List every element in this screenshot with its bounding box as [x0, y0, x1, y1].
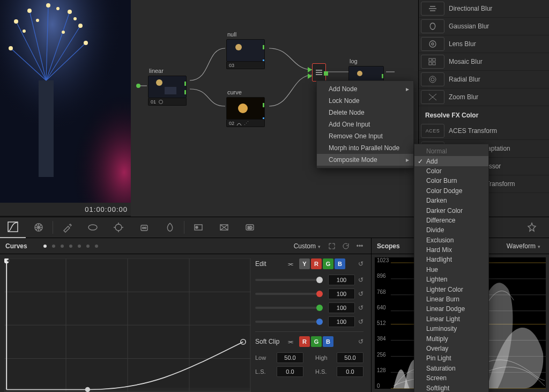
- tool-window[interactable]: [80, 217, 106, 238]
- intensity-slider-y[interactable]: [255, 279, 323, 281]
- sc-hs[interactable]: 0.0: [337, 366, 363, 377]
- composite-linear-burn[interactable]: Linear Burn: [414, 294, 488, 304]
- sc-low[interactable]: 50.0: [277, 352, 303, 363]
- svg-point-43: [88, 225, 97, 230]
- intensity-slider-r[interactable]: [255, 293, 323, 295]
- composite-normal[interactable]: Normal: [414, 146, 488, 156]
- composite-pin-light[interactable]: Pin Light: [414, 353, 488, 363]
- composite-difference[interactable]: Difference: [414, 216, 488, 225]
- composite-lighten[interactable]: Lighten: [414, 275, 488, 284]
- curves-page-dots[interactable]: [43, 245, 98, 248]
- node-layer-mixer[interactable]: [312, 63, 326, 82]
- svg-point-13: [46, 3, 50, 8]
- tool-blur[interactable]: [157, 217, 183, 238]
- intensity-slider-g[interactable]: [255, 307, 323, 309]
- composite-linear-dodge[interactable]: Linear Dodge: [414, 304, 488, 314]
- node-curve[interactable]: curve 02⋰: [226, 89, 265, 127]
- sc-channel-b[interactable]: B: [323, 336, 333, 347]
- curve-editor[interactable]: [4, 258, 251, 388]
- fx-item-mosaic-blur[interactable]: Mosaic Blur: [419, 53, 549, 71]
- intensity-value[interactable]: 100: [328, 275, 355, 285]
- sc-channel-g[interactable]: G: [311, 336, 322, 347]
- composite-hardlight[interactable]: Hardlight: [414, 255, 488, 264]
- composite-screen[interactable]: Screen: [414, 373, 488, 383]
- tool-tracker[interactable]: [106, 217, 131, 238]
- timecode[interactable]: 01:00:00:00: [85, 205, 128, 213]
- tool-wheels[interactable]: [26, 217, 51, 238]
- fx-item-radial-blur[interactable]: Radial Blur: [419, 71, 549, 88]
- reset-icon[interactable]: ↺: [358, 338, 363, 345]
- composite-luminosity[interactable]: Luminosity: [414, 324, 488, 334]
- composite-color[interactable]: Color: [414, 166, 488, 176]
- svg-point-49: [196, 226, 198, 228]
- composite-color-burn[interactable]: Color Burn: [414, 176, 488, 186]
- tool-sizing[interactable]: [211, 217, 237, 238]
- tool-eyedropper[interactable]: [54, 217, 80, 238]
- channel-y-button[interactable]: Y: [299, 258, 310, 269]
- options-icon[interactable]: •••: [354, 240, 366, 252]
- tool-3d[interactable]: 3D: [237, 217, 263, 238]
- ctx-composite-mode[interactable]: Composite Mode▸: [317, 154, 413, 166]
- ctx-remove-one-input[interactable]: Remove One Input: [317, 130, 413, 142]
- channel-b-button[interactable]: B: [335, 258, 345, 269]
- scopes-mode-dropdown[interactable]: Waveform: [507, 242, 540, 250]
- node-linear[interactable]: linear 01: [148, 68, 187, 106]
- reset-icon[interactable]: ↺: [358, 260, 363, 268]
- intensity-value[interactable]: 100: [328, 316, 355, 327]
- reset-icon[interactable]: ↺: [358, 276, 363, 284]
- sc-channel-r[interactable]: R: [299, 336, 310, 347]
- composite-hard-mix[interactable]: Hard Mix: [414, 245, 488, 255]
- svg-point-28: [235, 44, 242, 50]
- composite-overlay[interactable]: Overlay: [414, 344, 488, 353]
- viewer[interactable]: [0, 0, 131, 203]
- tool-curves[interactable]: [0, 217, 26, 238]
- sc-ls[interactable]: 0.0: [277, 366, 303, 377]
- composite-exclusion[interactable]: Exclusion: [414, 235, 488, 245]
- channel-g-button[interactable]: G: [323, 258, 333, 269]
- reset-icon[interactable]: ↺: [358, 290, 363, 298]
- svg-point-11: [14, 19, 18, 24]
- tool-fx[interactable]: [519, 217, 545, 238]
- curves-mode-dropdown[interactable]: Custom: [294, 242, 321, 250]
- expand-icon[interactable]: [326, 240, 338, 252]
- reset-icon[interactable]: [340, 240, 352, 252]
- composite-multiply[interactable]: Multiply: [414, 334, 488, 343]
- fx-item-lens-blur[interactable]: Lens Blur: [419, 35, 549, 53]
- composite-color-dodge[interactable]: Color Dodge: [414, 186, 488, 196]
- reset-icon[interactable]: ↺: [358, 318, 363, 326]
- fx-item-zoom-blur[interactable]: Zoom Blur: [419, 88, 549, 106]
- fx-item-aces-transform[interactable]: ACESACES Transform: [419, 122, 549, 140]
- composite-mode-submenu[interactable]: Normal✓AddColorColor BurnColor DodgeDark…: [414, 144, 489, 392]
- composite-lighter-color[interactable]: Lighter Color: [414, 284, 488, 294]
- fx-item-directional-blur[interactable]: Directional Blur: [419, 0, 549, 18]
- sc-high[interactable]: 50.0: [337, 352, 363, 363]
- svg-rect-2: [0, 0, 131, 203]
- intensity-slider-b[interactable]: [255, 321, 323, 323]
- composite-add[interactable]: ✓Add: [414, 156, 488, 166]
- svg-rect-37: [429, 62, 432, 65]
- composite-linear-light[interactable]: Linear Light: [414, 314, 488, 324]
- fx-item-gaussian-blur[interactable]: Gaussian Blur: [419, 18, 549, 35]
- intensity-value[interactable]: 100: [328, 302, 355, 313]
- graph-input[interactable]: [136, 84, 140, 88]
- reset-icon[interactable]: ↺: [358, 304, 363, 312]
- composite-saturation[interactable]: Saturation: [414, 364, 488, 373]
- composite-softlight[interactable]: Softlight: [414, 383, 488, 392]
- channel-r-button[interactable]: R: [311, 258, 322, 269]
- intensity-value[interactable]: 100: [328, 289, 355, 299]
- node-null[interactable]: null 03: [226, 31, 265, 69]
- ctx-add-node[interactable]: Add Node▸: [317, 83, 413, 95]
- composite-darker-color[interactable]: Darker Color: [414, 205, 488, 215]
- ctx-lock-node[interactable]: Lock Node: [317, 95, 413, 107]
- composite-divide[interactable]: Divide: [414, 225, 488, 235]
- tool-key[interactable]: [186, 217, 211, 238]
- tool-magic[interactable]: [131, 217, 157, 238]
- ctx-morph-parallel[interactable]: Morph into Parallel Node: [317, 142, 413, 154]
- composite-darken[interactable]: Darken: [414, 196, 488, 205]
- ctx-add-one-input[interactable]: Add One Input: [317, 119, 413, 130]
- node-context-menu[interactable]: Add Node▸ Lock Node Delete Node Add One …: [316, 80, 414, 168]
- link-icon[interactable]: ⫘: [287, 338, 296, 345]
- composite-hue[interactable]: Hue: [414, 265, 488, 275]
- ctx-delete-node[interactable]: Delete Node: [317, 107, 413, 119]
- link-icon[interactable]: ⫘: [287, 260, 296, 268]
